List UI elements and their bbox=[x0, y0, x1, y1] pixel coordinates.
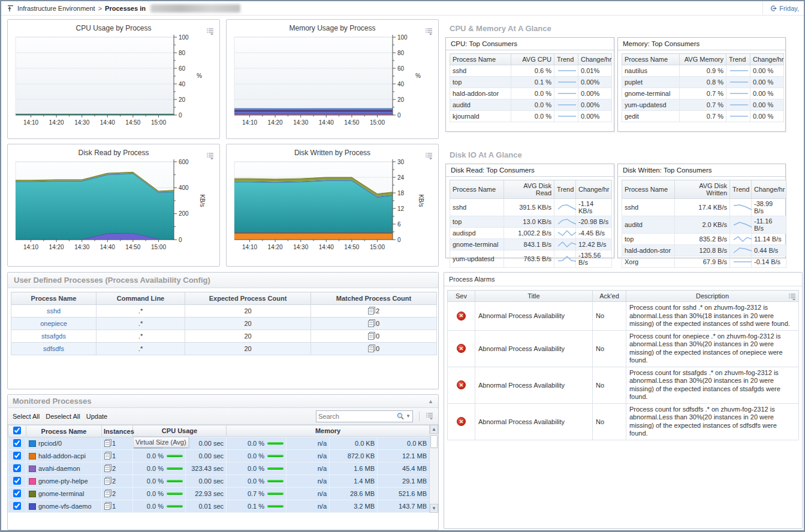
row-checkbox[interactable] bbox=[13, 489, 21, 497]
virtual-size: 143.7 MB bbox=[378, 500, 430, 513]
deselect-all-link[interactable]: Deselect All bbox=[46, 413, 80, 420]
matched-count[interactable]: 2 bbox=[376, 307, 379, 315]
instances-count[interactable]: 1 bbox=[112, 452, 116, 460]
scrollbar-thumb[interactable] bbox=[430, 435, 438, 448]
instances-count[interactable]: 1 bbox=[112, 503, 116, 510]
col-header[interactable]: AVG Disk Read bbox=[504, 180, 554, 199]
matched-count[interactable]: 0 bbox=[376, 320, 379, 327]
expected-count: 20 bbox=[185, 330, 311, 343]
time-range-selector[interactable]: Friday, bbox=[762, 1, 799, 15]
matched-count[interactable]: 0 bbox=[376, 332, 379, 340]
table-row: Xorg 67.9 B/s -0.14 B/s bbox=[622, 256, 786, 268]
chart-menu-icon[interactable] bbox=[425, 28, 433, 36]
toolbar-separator bbox=[419, 412, 420, 421]
dashboard-page: Infrastructure Environment > Processes i… bbox=[0, 0, 805, 532]
chart-title: Memory Usage by Process bbox=[227, 20, 438, 32]
col-header[interactable]: Trend bbox=[730, 180, 752, 199]
col-header[interactable]: Change/hr bbox=[752, 180, 786, 199]
scroll-up-button[interactable]: ▲ bbox=[430, 425, 438, 434]
select-all-link[interactable]: Select All bbox=[13, 413, 40, 420]
trend-sparkline bbox=[732, 258, 749, 265]
col-header[interactable]: Command Line bbox=[97, 292, 185, 305]
col-header[interactable]: AVG Memory bbox=[680, 54, 726, 65]
col-header[interactable]: Title bbox=[475, 291, 593, 302]
col-header[interactable]: Trend bbox=[554, 54, 578, 65]
instances-count[interactable]: 2 bbox=[112, 490, 116, 497]
virtual-size: 29.1 MB bbox=[378, 475, 430, 488]
process-name-link[interactable]: onepiece bbox=[40, 320, 67, 327]
process-name-link[interactable]: sshd bbox=[47, 307, 61, 315]
col-header[interactable]: Process Name bbox=[11, 292, 97, 305]
search-input[interactable] bbox=[318, 413, 396, 420]
process-name: auditd bbox=[450, 99, 511, 111]
row-checkbox[interactable] bbox=[13, 502, 21, 510]
command-line: .* bbox=[97, 343, 185, 355]
col-header[interactable]: Change/hr bbox=[750, 54, 784, 65]
expected-count: 20 bbox=[185, 305, 311, 318]
memory-average: 0.0 % bbox=[248, 477, 264, 485]
severity-fatal-icon[interactable]: ✕ bbox=[457, 417, 466, 426]
col-header-virtual-size[interactable]: Virtual Size (Avg) bbox=[133, 437, 189, 448]
col-header[interactable]: Change/hr bbox=[576, 180, 612, 199]
row-checkbox[interactable] bbox=[13, 452, 21, 460]
search-icon[interactable] bbox=[396, 412, 405, 420]
change-value: -20.98 B/s bbox=[576, 216, 612, 228]
instances-count[interactable]: 2 bbox=[112, 477, 116, 485]
col-header[interactable]: Matched Process Count bbox=[311, 292, 437, 305]
col-header[interactable]: Expected Process Count bbox=[185, 292, 311, 305]
chart-menu-icon[interactable] bbox=[206, 28, 214, 36]
alarms-menu-icon[interactable] bbox=[788, 293, 796, 301]
table-row: stsafgds .* 20 0 bbox=[11, 330, 437, 343]
up-level-icon[interactable] bbox=[6, 4, 14, 13]
col-header-process-name[interactable]: Process Name bbox=[26, 425, 102, 437]
change-value: 0.00% bbox=[578, 99, 612, 111]
col-header[interactable]: Sev bbox=[448, 291, 475, 302]
matched-count[interactable]: 0 bbox=[376, 345, 379, 352]
severity-fatal-icon[interactable]: ✕ bbox=[457, 312, 466, 321]
process-name-link[interactable]: stsafgds bbox=[41, 332, 66, 340]
svg-text:12: 12 bbox=[397, 205, 405, 212]
process-name-link[interactable]: sdfsdfs bbox=[43, 345, 64, 352]
vertical-scrollbar[interactable]: ▲ ▼ bbox=[429, 425, 438, 513]
col-header[interactable]: Change/hr bbox=[578, 54, 612, 65]
trend-sparkline bbox=[729, 90, 747, 97]
collapse-icon[interactable]: ▲ bbox=[428, 398, 433, 404]
row-checkbox[interactable] bbox=[13, 439, 21, 447]
instances-count[interactable]: 2 bbox=[112, 465, 116, 472]
severity-fatal-icon[interactable]: ✕ bbox=[457, 344, 466, 353]
severity-fatal-icon[interactable]: ✕ bbox=[457, 380, 466, 389]
breadcrumb-link-infrastructure[interactable]: Infrastructure Environment bbox=[17, 5, 95, 12]
chart-panel-disk-written: Disk Written by Process 061218243014:101… bbox=[226, 144, 439, 267]
col-header[interactable]: Process Name bbox=[622, 180, 675, 199]
col-header[interactable]: Trend bbox=[554, 180, 576, 199]
memory-average: 0.0 % bbox=[248, 452, 264, 460]
table-row: gedit 0.7 % 0.00 % bbox=[622, 111, 784, 122]
col-header[interactable]: Trend bbox=[726, 54, 750, 65]
col-header[interactable]: Process Name bbox=[622, 54, 680, 65]
working-set-size: 872.0 KB bbox=[330, 450, 378, 463]
avg-value: 0.7 % bbox=[680, 88, 726, 99]
scroll-down-button[interactable]: ▼ bbox=[430, 504, 438, 513]
cpu-time: 0.01 sec bbox=[186, 500, 227, 513]
svg-text:14:40: 14:40 bbox=[318, 119, 333, 126]
col-header[interactable]: Process Name bbox=[450, 54, 511, 65]
search-options-caret[interactable]: ▼ bbox=[406, 413, 411, 419]
expected-count: 20 bbox=[185, 318, 311, 330]
update-link[interactable]: Update bbox=[86, 413, 107, 420]
chart-menu-icon[interactable] bbox=[425, 152, 433, 161]
col-header[interactable]: AVG Disk Written bbox=[675, 180, 730, 199]
row-checkbox[interactable] bbox=[13, 477, 21, 485]
row-checkbox[interactable] bbox=[13, 464, 21, 472]
col-header[interactable]: Process Name bbox=[450, 180, 504, 199]
col-header[interactable]: AVG CPU bbox=[511, 54, 554, 65]
monitored-menu-icon[interactable] bbox=[426, 412, 433, 421]
col-header[interactable]: Description bbox=[626, 291, 799, 302]
chart-menu-icon[interactable] bbox=[206, 152, 214, 161]
col-header[interactable]: Ack'ed bbox=[593, 291, 626, 302]
monitored-toolbar: Select All Deselect All Update ▼ bbox=[8, 408, 438, 425]
col-header-instances[interactable]: Instances bbox=[102, 425, 133, 437]
svg-text:14:50: 14:50 bbox=[125, 244, 140, 250]
select-all-checkbox[interactable] bbox=[13, 427, 21, 434]
instances-count[interactable]: 1 bbox=[112, 440, 116, 447]
svg-text:KB/s: KB/s bbox=[199, 194, 206, 207]
